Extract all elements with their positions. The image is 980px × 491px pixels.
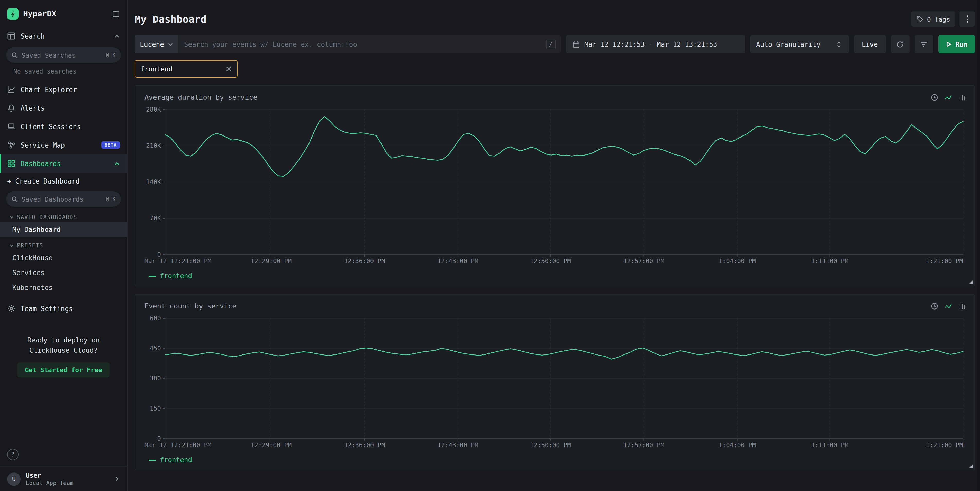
more-options-button[interactable] bbox=[959, 11, 975, 27]
live-label: Live bbox=[862, 40, 878, 48]
saved-searches-input[interactable]: ⌘ K bbox=[6, 47, 121, 63]
time-range-value: Mar 12 12:21:53 - Mar 12 13:21:53 bbox=[584, 40, 717, 48]
bell-icon bbox=[7, 104, 16, 112]
svg-text:12:57:00 PM: 12:57:00 PM bbox=[624, 257, 664, 265]
svg-text:1:04:00 PM: 1:04:00 PM bbox=[719, 442, 756, 449]
svg-text:Mar 12 12:21:00 PM: Mar 12 12:21:00 PM bbox=[145, 442, 211, 449]
shortcut-badge: ⌘ K bbox=[106, 52, 116, 58]
chevron-down-icon bbox=[9, 243, 14, 248]
close-icon[interactable] bbox=[226, 66, 232, 72]
section-header-label: SAVED DASHBOARDS bbox=[17, 214, 77, 220]
sidebar-item-alerts[interactable]: Alerts bbox=[0, 99, 127, 117]
saved-searches-field[interactable] bbox=[22, 51, 102, 59]
scrollbar-track[interactable] bbox=[977, 0, 980, 491]
get-started-button[interactable]: Get Started for Free bbox=[18, 362, 109, 377]
app-root: HyperDX Search ⌘ K No saved searches Cha… bbox=[0, 0, 980, 491]
sidebar-item-chart-explorer[interactable]: Chart Explorer bbox=[0, 80, 127, 99]
sidebar-item-clickhouse[interactable]: ClickHouse bbox=[0, 250, 127, 265]
refresh-button[interactable] bbox=[891, 35, 909, 54]
query-group: Lucene / bbox=[135, 35, 561, 54]
svg-text:0: 0 bbox=[158, 251, 161, 258]
chart-panel-event-count: Event count by service 0150300450600Mar … bbox=[135, 294, 975, 470]
help-button[interactable]: ? bbox=[7, 449, 19, 460]
tree-item-label: Kubernetes bbox=[12, 284, 53, 291]
legend-label: frontend bbox=[160, 272, 192, 280]
play-icon bbox=[945, 41, 951, 47]
bar-chart-icon[interactable] bbox=[958, 302, 966, 310]
gear-icon bbox=[7, 304, 16, 313]
saved-dashboards-input[interactable]: ⌘ K bbox=[6, 191, 121, 207]
sidebar-collapse-icon[interactable] bbox=[112, 10, 120, 18]
panel-resize-handle[interactable] bbox=[969, 464, 973, 469]
sidebar-item-dashboards[interactable]: Dashboards bbox=[0, 154, 127, 173]
sidebar-item-label: Service Map bbox=[21, 141, 96, 149]
saved-dashboards-field[interactable] bbox=[22, 195, 102, 203]
line-chart-icon[interactable] bbox=[945, 302, 952, 310]
sidebar-item-search[interactable]: Search bbox=[0, 27, 127, 45]
query-language-select[interactable]: Lucene bbox=[135, 35, 179, 54]
chevron-up-icon bbox=[114, 33, 120, 39]
chart-svg[interactable]: 0150300450600Mar 12 12:21:00 PM12:29:00 … bbox=[142, 314, 968, 452]
svg-text:Mar 12 12:21:00 PM: Mar 12 12:21:00 PM bbox=[145, 257, 211, 265]
create-dashboard-button[interactable]: + Create Dashboard bbox=[0, 173, 127, 189]
chart-panel-avg-duration: Average duration by service 070K140K210K… bbox=[135, 85, 975, 286]
sidebar-item-services[interactable]: Services bbox=[0, 265, 127, 280]
svg-text:450: 450 bbox=[150, 345, 161, 352]
svg-text:12:57:00 PM: 12:57:00 PM bbox=[624, 442, 664, 449]
user-team: Local App Team bbox=[26, 480, 109, 486]
page-header: My Dashboard 0 Tags bbox=[135, 0, 975, 27]
svg-text:12:43:00 PM: 12:43:00 PM bbox=[438, 257, 479, 265]
svg-text:12:50:00 PM: 12:50:00 PM bbox=[530, 442, 571, 449]
time-range-picker[interactable]: Mar 12 12:21:53 - Mar 12 13:21:53 bbox=[566, 35, 745, 54]
sidebar-bottom: ? U User Local App Team bbox=[0, 449, 127, 491]
sidebar-item-service-map[interactable]: Service Map BETA bbox=[0, 136, 127, 154]
search-icon bbox=[11, 52, 18, 58]
promo-text: Ready to deploy on ClickHouse Cloud? bbox=[10, 335, 117, 355]
legend-line bbox=[149, 275, 156, 276]
calendar-icon bbox=[572, 40, 580, 48]
active-filters: frontend bbox=[135, 60, 975, 78]
filter-chip-frontend[interactable]: frontend bbox=[135, 60, 237, 78]
svg-text:12:29:00 PM: 12:29:00 PM bbox=[251, 257, 291, 265]
sidebar-item-client-sessions[interactable]: Client Sessions bbox=[0, 117, 127, 136]
panel-resize-handle[interactable] bbox=[969, 280, 973, 284]
svg-text:210K: 210K bbox=[146, 142, 161, 149]
shortcut-badge: ⌘ K bbox=[106, 196, 116, 202]
chart-legend: frontend bbox=[142, 268, 968, 283]
presets-section-header[interactable]: PRESETS bbox=[0, 237, 127, 250]
live-button[interactable]: Live bbox=[854, 35, 886, 54]
filter-button[interactable] bbox=[915, 35, 933, 54]
sidebar-item-label: Search bbox=[21, 32, 109, 40]
sidebar-item-team-settings[interactable]: Team Settings bbox=[0, 299, 127, 318]
sidebar-item-my-dashboard[interactable]: My Dashboard bbox=[0, 222, 127, 237]
svg-text:1:21:00 PM: 1:21:00 PM bbox=[926, 442, 963, 449]
kebab-icon bbox=[966, 16, 968, 22]
chevron-up-icon bbox=[114, 160, 120, 166]
svg-text:1:11:00 PM: 1:11:00 PM bbox=[811, 442, 848, 449]
search-icon bbox=[11, 195, 18, 202]
search-input[interactable] bbox=[184, 40, 542, 48]
saved-dashboards-section-header[interactable]: SAVED DASHBOARDS bbox=[0, 209, 127, 222]
user-name: User bbox=[26, 472, 109, 479]
svg-text:12:50:00 PM: 12:50:00 PM bbox=[530, 257, 571, 265]
chart-legend: frontend bbox=[142, 452, 968, 467]
filter-icon bbox=[920, 40, 928, 48]
chart-svg[interactable]: 070K140K210K280KMar 12 12:21:00 PM12:29:… bbox=[142, 105, 968, 268]
service-map-icon bbox=[7, 141, 16, 149]
sidebar-item-kubernetes[interactable]: Kubernetes bbox=[0, 280, 127, 295]
clock-icon[interactable] bbox=[931, 93, 939, 101]
clock-icon[interactable] bbox=[931, 302, 939, 310]
tags-button[interactable]: 0 Tags bbox=[911, 11, 955, 27]
chevron-down-icon bbox=[168, 41, 173, 47]
granularity-select[interactable]: Auto Granularity bbox=[750, 35, 849, 54]
legend-line bbox=[149, 459, 156, 461]
run-button[interactable]: Run bbox=[938, 35, 975, 54]
tree-item-label: Services bbox=[12, 269, 45, 276]
dashboards-icon bbox=[7, 159, 16, 168]
bar-chart-icon[interactable] bbox=[958, 93, 966, 101]
user-menu[interactable]: U User Local App Team bbox=[0, 466, 127, 491]
chart-explorer-icon bbox=[7, 85, 16, 94]
sidebar: HyperDX Search ⌘ K No saved searches Cha… bbox=[0, 0, 127, 491]
svg-text:12:36:00 PM: 12:36:00 PM bbox=[344, 257, 385, 265]
line-chart-icon[interactable] bbox=[945, 93, 952, 101]
